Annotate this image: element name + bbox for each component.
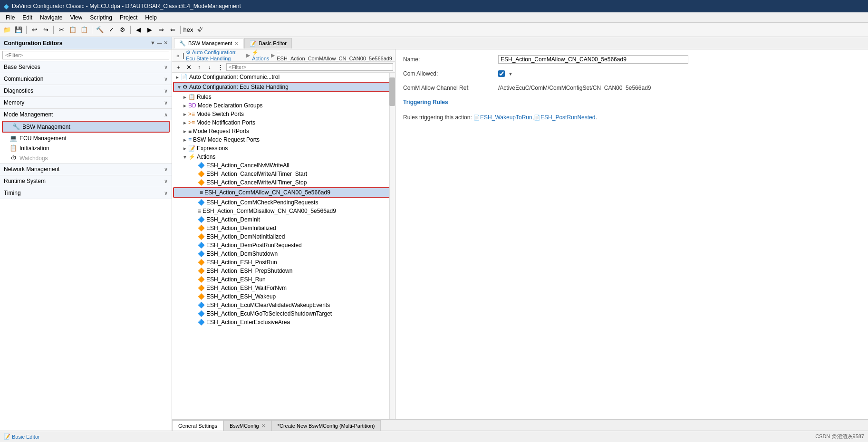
- tree-filter-input[interactable]: [226, 63, 393, 71]
- basic-editor-link[interactable]: 📝 Basic Editor: [4, 433, 40, 440]
- bottom-tab-general-settings[interactable]: General Settings: [172, 420, 223, 431]
- tree-node-dem-post-run[interactable]: 🔷 ESH_Action_DemPostRunRequested: [172, 241, 395, 250]
- tree-scrollbar[interactable]: [389, 73, 395, 419]
- tree-up-btn[interactable]: ↑: [195, 63, 203, 71]
- toolbar-new[interactable]: 📁: [2, 25, 12, 35]
- tree-node-esh-prep-shutdown[interactable]: 🔶 ESH_Action_ESH_PrepShutdown: [172, 267, 395, 275]
- tree-menu-btn[interactable]: ⋮: [216, 63, 224, 71]
- tree-node-enter-exclusive[interactable]: 🔷 ESH_Action_EnterExclusiveArea: [172, 318, 395, 327]
- tree-toggle-ecu-state[interactable]: ▼: [176, 85, 183, 90]
- tree-node-ecum-goto[interactable]: 🔷 ESH_Action_EcuMGoToSelectedShutdownTar…: [172, 309, 395, 318]
- tree-node-mode-decl-groups[interactable]: ► BD Mode Declaration Groups: [172, 101, 395, 110]
- menu-help[interactable]: Help: [141, 13, 161, 22]
- tree-node-rules[interactable]: ► 📋 Rules: [172, 93, 395, 101]
- tree-node-comm-check-pending[interactable]: 🔷 ESH_Action_ComMCheckPendingRequests: [172, 198, 395, 207]
- breadcrumb-back-btn[interactable]: «: [175, 52, 181, 59]
- tree-node-bsw-mode-req-ports[interactable]: ► ≡ BSW Mode Request Ports: [172, 135, 395, 144]
- bottom-tab-create-new[interactable]: *Create New BswMConfig (Multi-Partition): [271, 420, 381, 431]
- toolbar-forward[interactable]: ▶: [145, 25, 155, 35]
- sidebar-section-header-network-management[interactable]: Network Management ∨: [0, 163, 172, 175]
- menu-project[interactable]: Project: [116, 13, 141, 22]
- tree-toggle-bmrp[interactable]: ►: [182, 137, 188, 143]
- tree-node-mode-notif-ports[interactable]: ► >≡ Mode Notification Ports: [172, 118, 395, 127]
- tree-node-esh-run[interactable]: 🔶 ESH_Action_ESH_Run: [172, 275, 395, 284]
- toolbar-nav2[interactable]: ⇐: [167, 25, 178, 35]
- tree-toggle-mnp[interactable]: ►: [182, 120, 188, 125]
- breadcrumb-item-actions[interactable]: ⚡ Actions: [252, 49, 269, 61]
- prop-value-name[interactable]: [498, 55, 688, 64]
- tree-node-actions[interactable]: ▼ ⚡ Actions: [172, 153, 395, 161]
- com-allowed-dropdown-arrow[interactable]: ▼: [508, 71, 513, 77]
- tree-toggle-actions[interactable]: ▼: [182, 154, 188, 160]
- tree-node-ecum-clear[interactable]: 🔷 ESH_Action_EcuMClearValidatedWakeupEve…: [172, 301, 395, 309]
- sidebar-section-header-runtime-system[interactable]: Runtime System ∨: [0, 175, 172, 187]
- sidebar-section-header-mode-management[interactable]: Mode Management ∧: [0, 109, 172, 120]
- menu-view[interactable]: View: [66, 13, 86, 22]
- tree-node-dem-initialized[interactable]: 🔶 ESH_Action_DemInitialized: [172, 224, 395, 232]
- menu-scripting[interactable]: Scripting: [86, 13, 116, 22]
- tree-toggle-mrr[interactable]: ►: [182, 129, 188, 134]
- tree-node-esh-wakeup[interactable]: 🔶 ESH_Action_ESH_Wakeup: [172, 292, 395, 301]
- sidebar-section-header-communication[interactable]: Communication ∨: [0, 73, 172, 85]
- tree-node-comm-disallow[interactable]: ≡ ESH_Action_ComMDisallow_CN_CAN00_5e566…: [172, 207, 395, 215]
- tree-toggle-expr[interactable]: ►: [182, 146, 188, 151]
- sidebar-collapse-icon[interactable]: ▼: [150, 40, 155, 46]
- toolbar-save[interactable]: 💾: [13, 25, 24, 35]
- toolbar-settings[interactable]: ⚙: [117, 25, 128, 35]
- com-allowed-checkbox[interactable]: [498, 70, 505, 77]
- tree-node-mode-switch-ports[interactable]: ► >≡ Mode Switch Ports: [172, 110, 395, 118]
- toolbar-nav1[interactable]: ⇒: [156, 25, 166, 35]
- tree-node-expressions[interactable]: ► 📝 Expressions: [172, 144, 395, 153]
- tab-basic-editor[interactable]: 📝 Basic Editor: [244, 38, 292, 48]
- sidebar-item-ecu-management[interactable]: 💻 ECU Management: [0, 133, 172, 143]
- rule2-link[interactable]: ESH_PostRunNested: [540, 114, 595, 121]
- toolbar-extra2[interactable]: √∕: [194, 25, 205, 35]
- tree-node-cancel-write-start[interactable]: 🔶 ESH_Action_CancelWriteAllTimer_Start: [172, 170, 395, 178]
- rule1-link[interactable]: ESH_WakeupToRun: [480, 114, 532, 121]
- tree-node-cancel-nvm[interactable]: 🔷 ESH_Action_CancelNvMWriteAll: [172, 161, 395, 170]
- sidebar-item-bsw-management[interactable]: 🔧 BSW Management: [2, 121, 170, 133]
- bottom-tab-bswm-config[interactable]: BswMConfig ✕: [223, 420, 271, 431]
- tab-bsw-management-close[interactable]: ✕: [234, 41, 238, 46]
- tree-node-cancel-write-stop[interactable]: 🔶 ESH_Action_CancelWriteAllTimer_Stop: [172, 178, 395, 187]
- menu-file[interactable]: File: [2, 13, 19, 22]
- tree-node-dem-not-initialized[interactable]: 🔶 ESH_Action_DemNotInitialized: [172, 232, 395, 241]
- breadcrumb-item-ecu-state[interactable]: ⚙ Auto Configuration: Ecu State Handling: [186, 49, 244, 61]
- sidebar-section-header-diagnostics[interactable]: Diagnostics ∨: [0, 85, 172, 96]
- bottom-tab-bswm-config-close[interactable]: ✕: [261, 423, 265, 428]
- toolbar-undo[interactable]: ↩: [29, 25, 39, 35]
- tree-node-comm-allow[interactable]: ≡ ESH_Action_ComMAllow_CN_CAN00_5e566ad9: [173, 187, 394, 198]
- toolbar-back[interactable]: ◀: [133, 25, 144, 35]
- sidebar-item-initialization[interactable]: 📋 Initialization: [0, 143, 172, 153]
- tree-node-esh-post-run[interactable]: 🔶 ESH_Action_ESH_PostRun: [172, 258, 395, 267]
- tree-toggle-rules[interactable]: ►: [182, 95, 188, 100]
- sidebar-section-header-base-services[interactable]: Base Services ∨: [0, 61, 172, 73]
- sidebar-section-header-memory[interactable]: Memory ∨: [0, 97, 172, 108]
- tree-add-btn[interactable]: +: [174, 63, 183, 71]
- toolbar-cut[interactable]: ✂: [56, 25, 67, 35]
- tree-node-ecu-state[interactable]: ▼ ⚙ Auto Configuration: Ecu State Handli…: [173, 82, 394, 92]
- tree-node-dem-shutdown[interactable]: 🔷 ESH_Action_DemShutdown: [172, 250, 395, 258]
- toolbar-build[interactable]: 🔨: [95, 25, 105, 35]
- tree-remove-btn[interactable]: ✕: [184, 63, 193, 71]
- tree-node-mode-req-rports[interactable]: ► ≡ Mode Request RPorts: [172, 127, 395, 135]
- tree-toggle-0[interactable]: ►: [174, 75, 181, 80]
- tree-toggle-mdg[interactable]: ►: [182, 103, 188, 108]
- tree-down-btn[interactable]: ↓: [205, 63, 214, 71]
- menu-edit[interactable]: Edit: [19, 13, 36, 22]
- sidebar-section-header-timing[interactable]: Timing ∨: [0, 187, 172, 199]
- toolbar-check[interactable]: ✓: [106, 25, 116, 35]
- tree-toggle-msp[interactable]: ►: [182, 112, 188, 117]
- sidebar-close-icon[interactable]: ✕: [164, 40, 168, 46]
- toolbar-copy[interactable]: 📋: [68, 25, 78, 35]
- sidebar-minimize-icon[interactable]: —: [157, 40, 162, 46]
- tree-scrollbar-thumb[interactable]: [389, 77, 395, 106]
- tree-node-0[interactable]: ► 📄 Auto Configuration: Communic...trol: [172, 73, 395, 81]
- tab-bsw-management[interactable]: 🔧 BSW Management ✕: [174, 38, 243, 48]
- tree-node-dem-init[interactable]: 🔷 ESH_Action_DemInit: [172, 215, 395, 224]
- toolbar-redo[interactable]: ↪: [40, 25, 51, 35]
- sidebar-filter-input[interactable]: [2, 51, 169, 59]
- toolbar-paste[interactable]: 📋: [79, 25, 89, 35]
- toolbar-extra1[interactable]: hex: [183, 25, 193, 35]
- menu-navigate[interactable]: Navigate: [36, 13, 66, 22]
